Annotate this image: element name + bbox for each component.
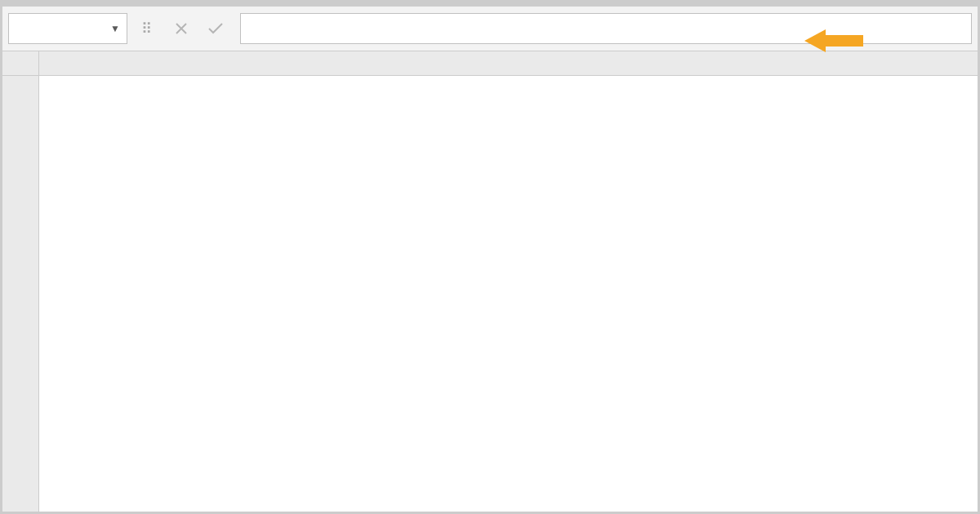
svg-marker-0 (804, 29, 863, 52)
excel-window: ▼ ⠿ (0, 0, 980, 514)
select-all-corner[interactable] (2, 51, 38, 76)
name-box[interactable]: ▼ (8, 13, 127, 44)
grid[interactable] (39, 51, 978, 512)
formula-bar: ▼ ⠿ (2, 2, 978, 51)
check-icon (207, 22, 224, 35)
formula-bar-divider: ⠿ (127, 7, 164, 51)
name-box-wrap: ▼ (2, 7, 127, 51)
grip-icon: ⠿ (141, 27, 151, 31)
column-headers (39, 51, 978, 76)
callout-arrow (804, 29, 863, 53)
arrow-left-icon (804, 29, 863, 53)
enter-button[interactable] (198, 7, 233, 51)
row-headers (2, 51, 39, 512)
sheet-area (2, 51, 978, 512)
cancel-button[interactable] (164, 7, 198, 51)
close-icon (175, 22, 188, 35)
dropdown-icon[interactable]: ▼ (110, 23, 120, 34)
